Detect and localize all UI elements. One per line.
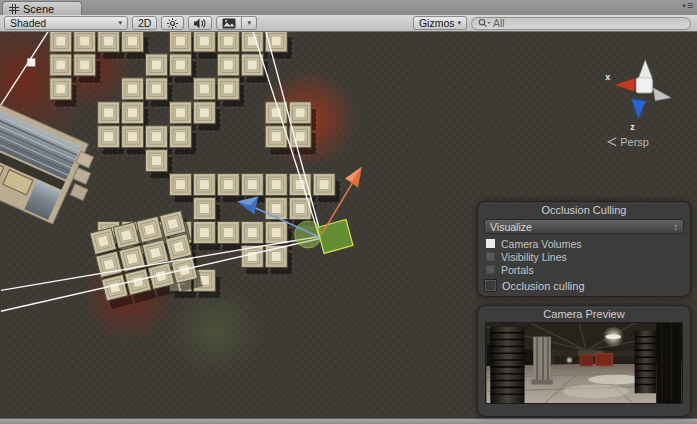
- search-icon: [478, 18, 491, 29]
- gizmos-dropdown[interactable]: Gizmos ▾: [413, 16, 467, 30]
- unity-scene-window: Scene ▾☰ Shaded ▾ 2D: [0, 0, 697, 424]
- camera-preview-panel: Camera Preview: [477, 305, 691, 417]
- tab-scene[interactable]: Scene: [2, 1, 82, 15]
- search-input[interactable]: [493, 17, 663, 29]
- axis-z-label: z: [630, 122, 635, 132]
- lighting-toggle-button[interactable]: [161, 16, 184, 30]
- visualize-dropdown-value: Visualize: [490, 221, 532, 233]
- visualize-dropdown[interactable]: Visualize ↕: [484, 219, 684, 234]
- effects-dropdown-button[interactable]: ▾: [242, 16, 257, 30]
- axis-x-label: x: [605, 72, 610, 82]
- visibility-lines-checkbox[interactable]: [486, 252, 495, 261]
- tab-strip: Scene ▾☰: [0, 0, 697, 15]
- sun-icon: [167, 18, 178, 29]
- camera-volumes-checkbox[interactable]: [486, 239, 495, 248]
- tab-scene-label: Scene: [23, 3, 54, 15]
- updown-arrows-icon: ↕: [674, 222, 679, 232]
- soft-selection-circle: [295, 221, 322, 248]
- portals-row[interactable]: Portals: [478, 263, 690, 276]
- occlusion-culling-label: Occlusion culling: [502, 280, 585, 292]
- shading-mode-label: Shaded: [10, 17, 46, 29]
- window-resize-strip[interactable]: [0, 418, 697, 424]
- visibility-lines-label: Visibility Lines: [501, 251, 567, 263]
- chevron-down-icon: ▾: [247, 19, 251, 27]
- persp-label[interactable]: Persp: [620, 136, 649, 148]
- shading-mode-dropdown[interactable]: Shaded ▾: [4, 16, 128, 30]
- visibility-lines-row[interactable]: Visibility Lines: [478, 250, 690, 263]
- audio-toggle-button[interactable]: [188, 16, 212, 30]
- scene-effects-button[interactable]: [216, 16, 242, 30]
- occlusion-culling-panel: Occlusion Culling Visualize ↕ Camera Vol…: [477, 201, 691, 297]
- chevron-down-icon: ▾: [457, 19, 461, 27]
- scene-viewport[interactable]: x z Persp Occlusion Culling Visualize ↕ …: [0, 32, 697, 418]
- scene-tab-grid-icon: [9, 4, 19, 14]
- scene-toolbar: Shaded ▾ 2D: [0, 15, 697, 32]
- portals-checkbox[interactable]: [486, 265, 495, 274]
- image-icon: [222, 18, 236, 29]
- chevron-down-icon: ▾: [118, 19, 122, 27]
- 2d-toggle-button[interactable]: 2D: [132, 16, 157, 30]
- occlusion-culling-toggle-row[interactable]: Occlusion culling: [478, 276, 690, 292]
- occlusion-culling-checkbox[interactable]: [484, 279, 497, 292]
- camera-preview-image: [485, 322, 683, 404]
- speaker-icon: [194, 18, 206, 29]
- orientation-gizmo-cube[interactable]: [636, 78, 652, 93]
- 2d-toggle-label: 2D: [138, 17, 151, 29]
- camera-volumes-row[interactable]: Camera Volumes: [478, 237, 690, 250]
- portals-label: Portals: [501, 264, 534, 276]
- effects-button-group: ▾: [216, 16, 257, 30]
- gizmos-label: Gizmos: [419, 17, 455, 29]
- occlusion-panel-title: Occlusion Culling: [478, 202, 690, 217]
- camera-preview-title: Camera Preview: [478, 306, 690, 321]
- frustum-handle[interactable]: [27, 58, 35, 66]
- camera-volumes-label: Camera Volumes: [501, 238, 582, 250]
- pane-options-icon[interactable]: ▾☰: [682, 2, 694, 10]
- scene-search-field[interactable]: [471, 17, 691, 30]
